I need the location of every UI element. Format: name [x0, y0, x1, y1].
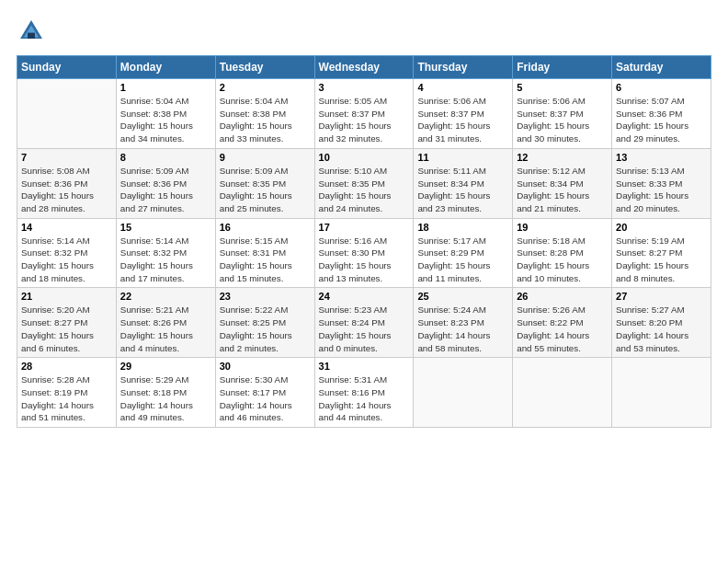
- day-number: 24: [319, 291, 410, 302]
- calendar-cell: 28Sunrise: 5:28 AM Sunset: 8:19 PM Dayli…: [17, 358, 117, 428]
- day-info: Sunrise: 5:06 AM Sunset: 8:37 PM Dayligh…: [517, 95, 608, 145]
- calendar-cell: 2Sunrise: 5:04 AM Sunset: 8:38 PM Daylig…: [215, 79, 314, 149]
- day-number: 30: [220, 361, 311, 372]
- day-number: 26: [517, 291, 608, 302]
- day-number: 15: [120, 222, 211, 233]
- week-row-2: 7Sunrise: 5:08 AM Sunset: 8:36 PM Daylig…: [17, 148, 711, 218]
- col-header-saturday: Saturday: [612, 56, 711, 79]
- day-number: 6: [616, 82, 707, 93]
- calendar-cell: 23Sunrise: 5:22 AM Sunset: 8:25 PM Dayli…: [215, 288, 314, 358]
- day-info: Sunrise: 5:30 AM Sunset: 8:17 PM Dayligh…: [220, 373, 311, 424]
- day-info: Sunrise: 5:06 AM Sunset: 8:37 PM Dayligh…: [417, 95, 508, 145]
- day-info: Sunrise: 5:04 AM Sunset: 8:38 PM Dayligh…: [120, 95, 211, 145]
- day-info: Sunrise: 5:04 AM Sunset: 8:38 PM Dayligh…: [220, 95, 311, 145]
- day-number: 2: [220, 82, 311, 93]
- calendar-cell: 14Sunrise: 5:14 AM Sunset: 8:32 PM Dayli…: [17, 218, 117, 288]
- day-number: 28: [21, 361, 112, 372]
- day-info: Sunrise: 5:22 AM Sunset: 8:25 PM Dayligh…: [220, 304, 311, 354]
- col-header-friday: Friday: [513, 56, 612, 79]
- page: SundayMondayTuesdayWednesdayThursdayFrid…: [0, 0, 728, 563]
- col-header-thursday: Thursday: [414, 56, 513, 79]
- day-info: Sunrise: 5:21 AM Sunset: 8:26 PM Dayligh…: [120, 304, 211, 354]
- day-number: 31: [319, 361, 410, 372]
- calendar-cell: 22Sunrise: 5:21 AM Sunset: 8:26 PM Dayli…: [116, 288, 215, 358]
- day-info: Sunrise: 5:13 AM Sunset: 8:33 PM Dayligh…: [616, 165, 707, 215]
- calendar-cell: 20Sunrise: 5:19 AM Sunset: 8:27 PM Dayli…: [612, 218, 711, 288]
- calendar-cell: 24Sunrise: 5:23 AM Sunset: 8:24 PM Dayli…: [314, 288, 414, 358]
- day-number: 21: [21, 291, 112, 302]
- day-number: 27: [616, 291, 707, 302]
- day-number: 4: [417, 82, 508, 93]
- header-row: SundayMondayTuesdayWednesdayThursdayFrid…: [17, 56, 711, 79]
- day-number: 29: [120, 361, 211, 372]
- day-info: Sunrise: 5:26 AM Sunset: 8:22 PM Dayligh…: [517, 304, 608, 354]
- day-number: 7: [21, 152, 112, 163]
- calendar-cell: 26Sunrise: 5:26 AM Sunset: 8:22 PM Dayli…: [513, 288, 612, 358]
- col-header-sunday: Sunday: [17, 56, 117, 79]
- day-info: Sunrise: 5:05 AM Sunset: 8:37 PM Dayligh…: [319, 95, 410, 145]
- day-info: Sunrise: 5:24 AM Sunset: 8:23 PM Dayligh…: [417, 304, 508, 354]
- calendar-cell: 8Sunrise: 5:09 AM Sunset: 8:36 PM Daylig…: [116, 148, 215, 218]
- calendar-cell: 30Sunrise: 5:30 AM Sunset: 8:17 PM Dayli…: [215, 358, 314, 428]
- day-number: 22: [120, 291, 211, 302]
- day-number: 1: [120, 82, 211, 93]
- day-info: Sunrise: 5:11 AM Sunset: 8:34 PM Dayligh…: [417, 165, 508, 215]
- day-number: 5: [517, 82, 608, 93]
- calendar-cell: [414, 358, 513, 428]
- day-info: Sunrise: 5:09 AM Sunset: 8:35 PM Dayligh…: [220, 165, 311, 215]
- day-info: Sunrise: 5:19 AM Sunset: 8:27 PM Dayligh…: [616, 235, 707, 285]
- day-number: 25: [417, 291, 508, 302]
- logo-icon: [17, 17, 46, 46]
- calendar-cell: 31Sunrise: 5:31 AM Sunset: 8:16 PM Dayli…: [314, 358, 414, 428]
- calendar-cell: 12Sunrise: 5:12 AM Sunset: 8:34 PM Dayli…: [513, 148, 612, 218]
- calendar-cell: 10Sunrise: 5:10 AM Sunset: 8:35 PM Dayli…: [314, 148, 414, 218]
- calendar-cell: 13Sunrise: 5:13 AM Sunset: 8:33 PM Dayli…: [612, 148, 711, 218]
- calendar-cell: 4Sunrise: 5:06 AM Sunset: 8:37 PM Daylig…: [414, 79, 513, 149]
- day-number: 18: [417, 222, 508, 233]
- week-row-1: 1Sunrise: 5:04 AM Sunset: 8:38 PM Daylig…: [17, 79, 711, 149]
- day-info: Sunrise: 5:29 AM Sunset: 8:18 PM Dayligh…: [120, 373, 211, 424]
- day-info: Sunrise: 5:20 AM Sunset: 8:27 PM Dayligh…: [21, 304, 112, 354]
- calendar-cell: 17Sunrise: 5:16 AM Sunset: 8:30 PM Dayli…: [314, 218, 414, 288]
- day-info: Sunrise: 5:14 AM Sunset: 8:32 PM Dayligh…: [120, 235, 211, 285]
- calendar-cell: 21Sunrise: 5:20 AM Sunset: 8:27 PM Dayli…: [17, 288, 117, 358]
- day-info: Sunrise: 5:16 AM Sunset: 8:30 PM Dayligh…: [319, 235, 410, 285]
- calendar-cell: 7Sunrise: 5:08 AM Sunset: 8:36 PM Daylig…: [17, 148, 117, 218]
- day-info: Sunrise: 5:14 AM Sunset: 8:32 PM Dayligh…: [21, 235, 112, 285]
- calendar-cell: [17, 79, 117, 149]
- day-info: Sunrise: 5:10 AM Sunset: 8:35 PM Dayligh…: [319, 165, 410, 215]
- col-header-wednesday: Wednesday: [314, 56, 414, 79]
- calendar-cell: 6Sunrise: 5:07 AM Sunset: 8:36 PM Daylig…: [612, 79, 711, 149]
- day-info: Sunrise: 5:23 AM Sunset: 8:24 PM Dayligh…: [319, 304, 410, 354]
- week-row-3: 14Sunrise: 5:14 AM Sunset: 8:32 PM Dayli…: [17, 218, 711, 288]
- day-info: Sunrise: 5:09 AM Sunset: 8:36 PM Dayligh…: [120, 165, 211, 215]
- calendar-cell: 27Sunrise: 5:27 AM Sunset: 8:20 PM Dayli…: [612, 288, 711, 358]
- day-info: Sunrise: 5:08 AM Sunset: 8:36 PM Dayligh…: [21, 165, 112, 215]
- calendar-cell: 1Sunrise: 5:04 AM Sunset: 8:38 PM Daylig…: [116, 79, 215, 149]
- day-number: 11: [417, 152, 508, 163]
- col-header-tuesday: Tuesday: [215, 56, 314, 79]
- day-number: 14: [21, 222, 112, 233]
- day-number: 8: [120, 152, 211, 163]
- logo: [17, 17, 50, 46]
- week-row-4: 21Sunrise: 5:20 AM Sunset: 8:27 PM Dayli…: [17, 288, 711, 358]
- day-number: 10: [319, 152, 410, 163]
- day-number: 3: [319, 82, 410, 93]
- day-info: Sunrise: 5:27 AM Sunset: 8:20 PM Dayligh…: [616, 304, 707, 354]
- day-number: 9: [220, 152, 311, 163]
- col-header-monday: Monday: [116, 56, 215, 79]
- day-number: 16: [220, 222, 311, 233]
- svg-rect-2: [28, 33, 35, 39]
- calendar-cell: 29Sunrise: 5:29 AM Sunset: 8:18 PM Dayli…: [116, 358, 215, 428]
- calendar-cell: 11Sunrise: 5:11 AM Sunset: 8:34 PM Dayli…: [414, 148, 513, 218]
- calendar-cell: 15Sunrise: 5:14 AM Sunset: 8:32 PM Dayli…: [116, 218, 215, 288]
- day-number: 13: [616, 152, 707, 163]
- day-number: 20: [616, 222, 707, 233]
- calendar-cell: 19Sunrise: 5:18 AM Sunset: 8:28 PM Dayli…: [513, 218, 612, 288]
- day-number: 19: [517, 222, 608, 233]
- calendar-cell: 16Sunrise: 5:15 AM Sunset: 8:31 PM Dayli…: [215, 218, 314, 288]
- calendar-cell: [612, 358, 711, 428]
- calendar-table: SundayMondayTuesdayWednesdayThursdayFrid…: [17, 55, 711, 428]
- day-info: Sunrise: 5:07 AM Sunset: 8:36 PM Dayligh…: [616, 95, 707, 145]
- calendar-cell: 25Sunrise: 5:24 AM Sunset: 8:23 PM Dayli…: [414, 288, 513, 358]
